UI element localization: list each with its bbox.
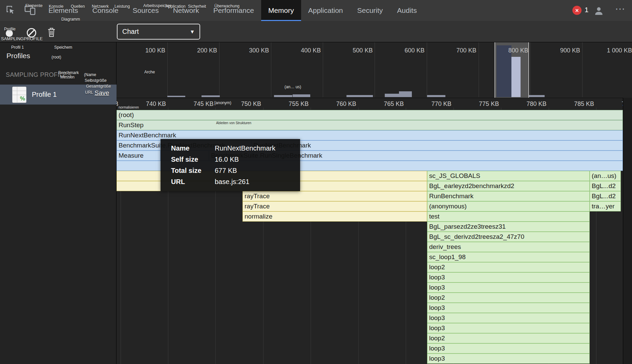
gridline [427, 42, 427, 97]
memory-overview[interactable]: 100 KB200 KB300 KB400 KB500 KB600 KB700 … [117, 42, 632, 98]
tab-network[interactable]: Network [166, 0, 206, 21]
flame-block-BgL_sc_derivzd2treesza2_47z70[interactable]: BgL_sc_derivzd2treesza2_47z70 [427, 232, 590, 242]
ruler-tick-label: 300 KB [249, 47, 271, 54]
flame-block-Measure[interactable]: Measure [117, 151, 161, 161]
translation-overlay: Ableiten von Strukturen [216, 121, 251, 125]
flame-block-BgL_parsezd2ze3treesz31[interactable]: BgL_parsezd2ze3treesz31 [427, 222, 590, 232]
translation-overlay: Diagramm [61, 17, 80, 22]
ruler-tick-label: 400 KB [301, 47, 323, 54]
error-badge-icon[interactable]: ✕ [572, 6, 582, 15]
flame-block-RunNextBenchmark[interactable]: RunNextBenchmark [251, 140, 623, 151]
translation-overlay: Profil 1 [11, 45, 24, 50]
trash-icon[interactable] [47, 27, 56, 39]
profile-person-icon[interactable] [593, 5, 604, 18]
memory-bar [427, 95, 445, 97]
view-mode-select[interactable]: Chart ▼ [117, 24, 200, 40]
flame-block-loop3[interactable]: loop3 [427, 354, 590, 364]
memory-bar [399, 91, 412, 97]
ruler-tick-label: 770 KB [431, 100, 454, 108]
tooltip-value: 16.0 KB [215, 154, 293, 165]
tab-security[interactable]: Security [350, 0, 390, 21]
flame-block-normalize[interactable]: normalize [243, 211, 427, 222]
flame-block-(anonymous)[interactable]: (anonymous) [427, 201, 590, 211]
tooltip-value: RunNextBenchmark [215, 143, 293, 154]
flame-block-sc_JS_GLOBALS[interactable]: sc_JS_GLOBALS [427, 171, 590, 181]
more-options-icon[interactable]: ⋯ [615, 3, 626, 15]
translation-overlay: Sicherheit [188, 4, 206, 9]
gridline [167, 42, 168, 97]
ruler-tick-label: 760 KB [336, 100, 358, 108]
view-mode-value: Chart [122, 28, 139, 36]
ruler-tick-label: 500 KB [353, 47, 375, 54]
flame-block-RunStep[interactable]: RunStep [117, 120, 623, 130]
flame-block-(root)[interactable]: (root) [117, 110, 623, 120]
ruler-tick-label: 200 KB [197, 47, 219, 54]
tab-performance[interactable]: Performance [206, 0, 261, 21]
memory-bar [274, 95, 292, 97]
flame-block-BgL_earleyzd2benchmarkzd2[interactable]: BgL_earleyzd2benchmarkzd2 [427, 181, 590, 191]
translation-overlay: Profile [4, 27, 16, 31]
flame-block-loop3[interactable]: loop3 [427, 272, 590, 282]
tab-memory[interactable]: Memory [261, 0, 301, 21]
flame-block-(an…us)[interactable]: (an…us) [590, 171, 621, 181]
tooltip-label: Self size [171, 154, 215, 165]
tooltip-label: Name [171, 143, 215, 154]
flame-block-loop2[interactable]: loop2 [427, 333, 590, 343]
translation-overlay: Elemente [25, 3, 43, 8]
ruler-tick-label: 900 KB [560, 47, 582, 54]
ruler-tick-label: 700 KB [457, 47, 479, 54]
translation-overlay: (an… us) [285, 85, 301, 89]
ruler-tick-label: 600 KB [404, 47, 426, 54]
scrollbar-track[interactable] [623, 98, 632, 364]
flame-block-loop3[interactable]: loop3 [427, 303, 590, 313]
flame-block-tra…yer[interactable]: tra…yer [590, 201, 621, 211]
flame-block-rayTrace[interactable]: rayTrace [243, 201, 427, 211]
tooltip-value: 677 KB [215, 165, 293, 176]
flame-block-RunBenchmark[interactable]: RunBenchmark [427, 191, 590, 201]
translation-overlay: Netzwerk [92, 4, 109, 9]
flame-block-loop3[interactable]: loop3 [427, 343, 590, 354]
tab-application[interactable]: Application [301, 0, 350, 21]
flame-block-BgL...d2[interactable]: BgL...d2 [590, 191, 621, 201]
translation-overlay: Selbstgröße [85, 78, 107, 83]
flame-block-loop3[interactable]: loop3 [427, 282, 590, 293]
ruler-tick-label: 765 KB [384, 100, 406, 108]
devtools-window: ElementsConsoleSourcesNetworkPerformance… [0, 0, 632, 364]
translation-overlay: URL [85, 90, 93, 95]
memory-bar [346, 95, 373, 97]
memory-bar [202, 95, 220, 97]
memory-bar [385, 94, 399, 97]
flame-block-loop2[interactable]: loop2 [427, 293, 590, 303]
flame-block-loop3[interactable]: loop3 [427, 323, 590, 333]
translation-overlay: SAMPLINGPROFILE [1, 36, 43, 41]
translation-overlay: Leistung [114, 4, 130, 9]
flame-block-loop3[interactable]: loop3 [427, 313, 590, 323]
gridline [271, 42, 271, 97]
ruler-tick-label: 745 KB [193, 100, 215, 108]
error-count: 1 [585, 6, 589, 14]
translation-overlay: Konsole [49, 4, 63, 9]
tooltip-value: base.js:261 [215, 177, 293, 187]
save-link[interactable]: Save [94, 89, 109, 97]
profiler-toolbar: Chart ▼ [0, 21, 632, 42]
flame-block-loop2[interactable]: loop2 [427, 262, 590, 272]
flame-block-sc_loop1_98[interactable]: sc_loop1_98 [427, 252, 590, 262]
gridline [582, 42, 583, 97]
flame-block-rayTrace[interactable]: rayTrace [243, 191, 427, 201]
translation-overlay: Gesamtgröße [86, 84, 111, 89]
translation-overlay: Benchmark [58, 70, 79, 75]
tab-console[interactable]: Console [85, 0, 126, 21]
flame-block-deriv_trees[interactable]: deriv_trees [427, 242, 590, 252]
devtools-main-toolbar: ElementsConsoleSourcesNetworkPerformance… [0, 0, 632, 21]
ruler-tick-label: 785 KB [574, 100, 596, 108]
translation-overlay: Speichem [54, 45, 72, 50]
flame-block-test[interactable]: test [427, 211, 590, 222]
profile-sheet-icon: % [12, 87, 26, 103]
tab-audits[interactable]: Audits [390, 0, 424, 21]
tooltip-label: Total size [171, 165, 215, 176]
flame-block-BgL...d2[interactable]: BgL...d2 [590, 181, 621, 191]
flame-chart: NameRunNextBenchmarkSelf size16.0 KBTota… [117, 98, 623, 364]
gridline [219, 42, 219, 97]
translation-overlay: Quellen [71, 4, 85, 9]
inspect-element-icon[interactable] [5, 5, 16, 16]
